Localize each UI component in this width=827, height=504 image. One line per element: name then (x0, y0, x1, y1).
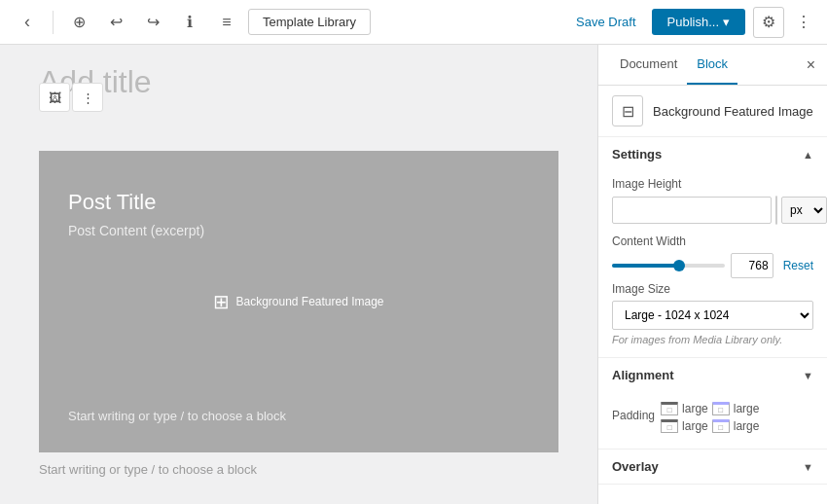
add-icon: ⊕ (73, 13, 86, 31)
slider-fill (612, 264, 679, 268)
overlay-section: Overlay ▼ (598, 450, 827, 485)
alignment-collapse-icon: ▼ (803, 370, 813, 381)
padding-item-1: □ large (661, 402, 708, 415)
info-icon: ℹ (187, 13, 193, 31)
panel-close-button[interactable]: × (807, 57, 815, 73)
overlay-collapse-icon: ▼ (803, 461, 813, 473)
image-height-down[interactable]: ▼ (776, 210, 777, 224)
panel-header: Document Block × (598, 45, 827, 86)
padding-row: Padding □ large □ large □ (612, 398, 813, 433)
padding-item-4: □ large (712, 419, 760, 433)
settings-section-title: Settings (612, 147, 662, 162)
padding-label-2: large (734, 402, 760, 415)
image-size-label: Image Size (612, 282, 813, 296)
toolbar: ‹ ⊕ ↩ ↪ ℹ ≡ Template Library Save Draft … (0, 0, 827, 45)
menu-button[interactable]: ≡ (211, 7, 242, 38)
image-height-unit[interactable]: px em % (781, 197, 827, 224)
bg-image-icon: ⊞ (213, 290, 230, 313)
block-image-icon: 🖼 (49, 90, 61, 105)
publish-chevron-icon: ▾ (723, 15, 730, 29)
post-content: Post Content (excerpt) (68, 223, 529, 238)
image-height-up[interactable]: ▲ (776, 197, 777, 210)
padding-icon-3: □ (661, 419, 678, 433)
image-size-helper: For images from Media Library only. (612, 334, 813, 345)
padding-icon-2: □ (712, 402, 730, 415)
settings-section-body: Image Height ▲ ▼ px em % (598, 171, 827, 357)
info-button[interactable]: ℹ (174, 7, 205, 38)
block-type-name: Background Featured Image (653, 104, 813, 119)
alignment-section-title: Alignment (612, 368, 674, 382)
settings-collapse-icon: ▲ (803, 149, 813, 161)
block-inner: Post Title Post Content (excerpt) ⊞ Back… (39, 151, 558, 452)
block-toolbar: 🖼 ⋮ (39, 83, 103, 112)
padding-label-1: large (682, 402, 708, 415)
publish-button[interactable]: Publish... ▾ (652, 9, 745, 35)
tab-block[interactable]: Block (687, 45, 737, 85)
bg-featured-label: Background Featured Image (235, 295, 383, 308)
padding-label-3: large (682, 419, 708, 433)
block-container[interactable]: Post Title Post Content (excerpt) ⊞ Back… (39, 151, 558, 452)
image-height-spinner: ▲ ▼ (775, 196, 777, 225)
add-title-placeholder[interactable]: Add title (39, 64, 558, 100)
main-area: Add title 🖼 ⋮ Post Title Post Content (e… (0, 45, 827, 504)
block-type-icon: ⊟ (612, 95, 643, 126)
settings-icon: ⚙ (762, 13, 775, 31)
panel-content: ⊟ Background Featured Image Settings ▲ I… (598, 86, 827, 504)
alignment-section-body: Padding □ large □ large □ (598, 392, 827, 449)
back-button[interactable]: ‹ (12, 7, 43, 38)
padding-label-4: large (734, 419, 760, 433)
alignment-section: Alignment ▼ Padding □ large □ (598, 358, 827, 450)
padding-item-2: □ large (712, 402, 760, 415)
post-title: Post Title (68, 190, 529, 215)
settings-button[interactable]: ⚙ (753, 7, 784, 38)
content-width-slider[interactable] (612, 264, 725, 268)
block-more-icon: ⋮ (82, 90, 94, 105)
padding-icon-1: □ (661, 402, 678, 415)
template-library-button[interactable]: Template Library (248, 9, 371, 35)
tab-document[interactable]: Document (610, 45, 687, 85)
redo-button[interactable]: ↪ (137, 7, 168, 38)
slider-thumb (673, 260, 685, 271)
padding-icon-4: □ (712, 419, 730, 433)
content-width-input[interactable] (731, 253, 773, 278)
add-button[interactable]: ⊕ (63, 7, 94, 38)
block-more-button[interactable]: ⋮ (72, 83, 103, 112)
start-writing-in-block[interactable]: Start writing or type / to choose a bloc… (68, 409, 286, 423)
more-icon: ⋮ (796, 13, 811, 31)
block-wrapper: 🖼 ⋮ Post Title Post Content (excerpt) ⊞ … (39, 116, 558, 452)
overlay-section-header[interactable]: Overlay ▼ (598, 450, 827, 484)
toolbar-divider (53, 11, 54, 34)
image-height-input[interactable] (612, 197, 772, 224)
bg-featured-wrapper: ⊞ Background Featured Image (213, 290, 383, 313)
save-draft-button[interactable]: Save Draft (568, 10, 643, 34)
more-button[interactable]: ⋮ (792, 7, 815, 38)
menu-icon: ≡ (222, 14, 231, 31)
undo-icon: ↩ (110, 13, 123, 31)
block-type-row: ⊟ Background Featured Image (598, 86, 827, 137)
publish-label: Publish... (667, 15, 719, 29)
image-height-label: Image Height (612, 177, 813, 191)
toolbar-right: Save Draft Publish... ▾ ⚙ ⋮ (568, 7, 815, 38)
content-width-reset[interactable]: Reset (779, 259, 813, 272)
alignment-section-header[interactable]: Alignment ▼ (598, 358, 827, 392)
undo-button[interactable]: ↩ (100, 7, 131, 38)
image-height-row: ▲ ▼ px em % (612, 196, 813, 225)
overlay-section-title: Overlay (612, 459, 659, 474)
back-icon: ‹ (24, 12, 30, 32)
toolbar-left: ‹ ⊕ ↩ ↪ ℹ ≡ Template Library (12, 7, 371, 38)
settings-section-header[interactable]: Settings ▲ (598, 137, 827, 171)
block-image-button[interactable]: 🖼 (39, 83, 70, 112)
settings-section: Settings ▲ Image Height ▲ ▼ px e (598, 137, 827, 358)
redo-icon: ↪ (147, 13, 160, 31)
editor-area: Add title 🖼 ⋮ Post Title Post Content (e… (0, 45, 597, 504)
right-panel: Document Block × ⊟ Background Featured I… (597, 45, 827, 504)
content-width-label: Content Width (612, 234, 813, 248)
padding-item-3: □ large (661, 419, 708, 433)
block-type-icon-glyph: ⊟ (622, 102, 634, 121)
padding-label: Padding (612, 409, 655, 422)
start-writing-below[interactable]: Start writing or type / to choose a bloc… (39, 462, 558, 477)
content-width-row: Reset (612, 253, 813, 278)
image-size-select[interactable]: Large - 1024 x 1024 Medium - 300 x 300 F… (612, 301, 813, 330)
padding-grid: □ large □ large □ large (661, 402, 759, 433)
